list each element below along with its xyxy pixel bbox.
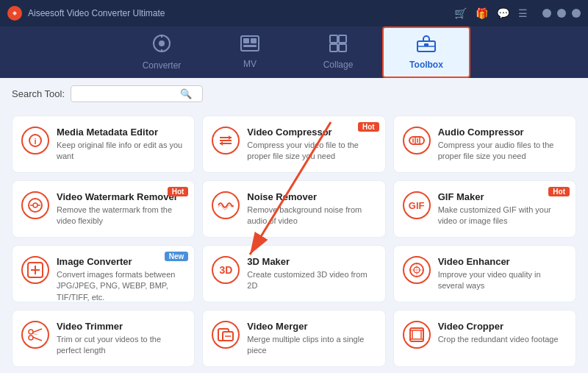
tool-icon-video-enhancer xyxy=(403,256,431,284)
main-content: Search Tool: 🔍 i Media Metadata Editor K… xyxy=(0,78,588,373)
tool-info-video-trimmer: Video Trimmer Trim or cut your videos to… xyxy=(57,321,185,357)
cart-icon[interactable]: 🛒 xyxy=(454,7,467,19)
tool-info-noise-remover: Noise Remover Remove background noise fr… xyxy=(247,191,376,227)
tool-info-audio-compressor: Audio Compressor Compress your audio fil… xyxy=(438,127,567,163)
tool-card-image-converter[interactable]: Image Converter Convert images formats b… xyxy=(12,245,195,302)
tool-info-video-cropper: Video Cropper Crop the redundant video f… xyxy=(438,321,567,345)
app-title: Aiseesoft Video Converter Ultimate xyxy=(28,8,454,18)
tool-card-video-cropper[interactable]: Video Cropper Crop the redundant video f… xyxy=(393,310,576,367)
svg-rect-23 xyxy=(409,137,424,144)
tool-card-video-watermark-remover[interactable]: Video Watermark Remover Remove the water… xyxy=(12,180,195,238)
nav-bar: Converter MV Collage xyxy=(0,26,588,78)
mv-label: MV xyxy=(243,59,257,69)
tool-name-media-metadata-editor: Media Metadata Editor xyxy=(57,127,185,138)
tool-info-gif-maker: GIF Maker Make customized GIF with your … xyxy=(438,191,567,227)
toolbox-label: Toolbox xyxy=(409,60,443,70)
tool-desc-gif-maker: Make customized GIF with your video or i… xyxy=(438,205,567,227)
gift-icon[interactable]: 🎁 xyxy=(476,7,488,19)
tool-icon-3d-maker: 3D xyxy=(212,256,240,284)
tool-grid: i Media Metadata Editor Keep original fi… xyxy=(0,110,588,373)
svg-rect-9 xyxy=(330,35,337,43)
tool-card-video-compressor[interactable]: Video Compressor Compress your video fil… xyxy=(202,116,385,173)
badge-video-watermark-remover: Hot xyxy=(168,187,189,196)
nav-item-converter[interactable]: Converter xyxy=(118,26,206,78)
mv-icon xyxy=(240,35,259,56)
tool-name-audio-compressor: Audio Compressor xyxy=(438,127,567,138)
search-input-wrap[interactable]: 🔍 xyxy=(71,85,203,102)
tool-icon-audio-compressor xyxy=(403,127,431,154)
app-logo xyxy=(7,6,22,21)
svg-point-2 xyxy=(159,40,165,46)
svg-point-29 xyxy=(33,203,37,207)
toolbox-icon xyxy=(417,35,436,57)
tool-info-video-compressor: Video Compressor Compress your video fil… xyxy=(247,127,376,163)
tool-card-3d-maker[interactable]: 3D 3D Maker Create customized 3D video f… xyxy=(202,245,385,302)
chat-icon[interactable]: 💬 xyxy=(497,7,509,19)
nav-item-toolbox[interactable]: Toolbox xyxy=(382,26,470,78)
search-input[interactable] xyxy=(77,89,180,99)
svg-rect-8 xyxy=(243,45,257,47)
tool-desc-audio-compressor: Compress your audio files to the proper … xyxy=(438,140,567,163)
tool-info-video-merger: Video Merger Merge multiple clips into a… xyxy=(247,321,376,357)
tool-name-video-enhancer: Video Enhancer xyxy=(438,256,567,267)
svg-text:i: i xyxy=(34,137,36,146)
tool-info-3d-maker: 3D Maker Create customized 3D video from… xyxy=(247,256,376,292)
collage-icon xyxy=(329,35,347,57)
svg-line-43 xyxy=(32,333,37,335)
badge-gif-maker: Hot xyxy=(548,187,570,196)
tool-info-media-metadata-editor: Media Metadata Editor Keep original file… xyxy=(57,127,185,163)
svg-marker-22 xyxy=(220,141,223,146)
menu-icon[interactable]: ☰ xyxy=(518,7,528,19)
tool-card-media-metadata-editor[interactable]: i Media Metadata Editor Keep original fi… xyxy=(12,116,195,173)
tool-desc-noise-remover: Remove background noise from audio of vi… xyxy=(247,205,376,227)
tool-icon-video-merger xyxy=(212,321,240,349)
close-button[interactable] xyxy=(572,9,581,18)
search-label: Search Tool: xyxy=(12,88,65,99)
svg-line-41 xyxy=(32,329,42,333)
svg-rect-7 xyxy=(251,38,257,43)
tool-name-video-cropper: Video Cropper xyxy=(438,321,567,332)
tool-desc-media-metadata-editor: Keep original file info or edit as you w… xyxy=(57,140,185,163)
tool-name-video-trimmer: Video Trimmer xyxy=(57,321,185,332)
tool-name-3d-maker: 3D Maker xyxy=(247,256,376,267)
tool-info-image-converter: Image Converter Convert images formats b… xyxy=(57,256,185,303)
svg-marker-21 xyxy=(229,135,232,140)
tool-card-video-enhancer[interactable]: Video Enhancer Improve your video qualit… xyxy=(393,245,576,302)
svg-rect-12 xyxy=(339,44,346,51)
tool-icon-video-watermark-remover xyxy=(21,191,49,219)
nav-item-collage[interactable]: Collage xyxy=(294,26,382,78)
svg-rect-5 xyxy=(241,36,259,51)
tool-desc-video-watermark-remover: Remove the watermark from the video flex… xyxy=(57,205,185,227)
maximize-button[interactable] xyxy=(557,9,566,18)
tool-icon-video-cropper xyxy=(403,321,431,349)
svg-line-42 xyxy=(32,337,42,341)
title-bar: Aiseesoft Video Converter Ultimate 🛒 🎁 💬… xyxy=(0,0,588,26)
svg-rect-10 xyxy=(339,35,346,43)
tool-icon-video-trimmer xyxy=(21,321,49,349)
tool-icon-video-compressor xyxy=(212,127,240,154)
window-controls xyxy=(542,9,581,18)
tool-desc-3d-maker: Create customized 3D video from 2D xyxy=(247,269,376,292)
minimize-button[interactable] xyxy=(542,9,551,18)
main-wrapper: Search Tool: 🔍 i Media Metadata Editor K… xyxy=(0,78,588,373)
tool-card-video-trimmer[interactable]: Video Trimmer Trim or cut your videos to… xyxy=(12,310,195,367)
tool-icon-media-metadata-editor: i xyxy=(21,127,49,154)
nav-item-mv[interactable]: MV xyxy=(206,26,294,78)
converter-label: Converter xyxy=(143,60,182,71)
svg-rect-48 xyxy=(412,330,421,339)
tool-name-gif-maker: GIF Maker xyxy=(438,191,567,202)
tool-card-audio-compressor[interactable]: Audio Compressor Compress your audio fil… xyxy=(393,116,576,173)
badge-video-compressor: Hot xyxy=(358,122,379,132)
tool-desc-video-trimmer: Trim or cut your videos to the perfect l… xyxy=(57,334,185,357)
tool-card-gif-maker[interactable]: GIF GIF Maker Make customized GIF with y… xyxy=(393,180,576,238)
tool-name-video-watermark-remover: Video Watermark Remover xyxy=(57,191,185,202)
search-bar: Search Tool: 🔍 xyxy=(0,78,588,110)
tool-icon-image-converter xyxy=(21,256,49,284)
tool-card-video-merger[interactable]: Video Merger Merge multiple clips into a… xyxy=(202,310,385,367)
tool-icon-noise-remover xyxy=(212,191,240,219)
badge-image-converter: New xyxy=(165,252,189,261)
tool-name-video-merger: Video Merger xyxy=(247,321,376,332)
tool-card-noise-remover[interactable]: Noise Remover Remove background noise fr… xyxy=(202,180,385,238)
tool-name-video-compressor: Video Compressor xyxy=(247,127,376,138)
svg-point-40 xyxy=(29,335,33,340)
